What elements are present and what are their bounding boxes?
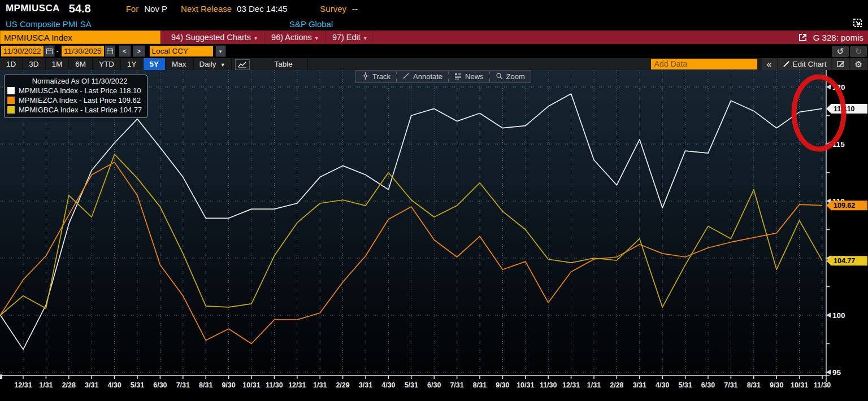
chevron-down-icon[interactable]: ▾ xyxy=(215,45,226,57)
x-tick-label: 10/31 xyxy=(791,381,808,389)
annotate-tool[interactable]: Annotate xyxy=(396,71,448,82)
range-tab-1y[interactable]: 1Y xyxy=(121,58,144,70)
x-tick-label: 10/31 xyxy=(517,381,534,389)
range-tabs: 1D3D1M6MYTD1Y5YMax xyxy=(0,58,193,70)
x-tick-label: 7/31 xyxy=(450,381,463,389)
legend-label: MPMIUSCA Index - Last Price 118.10 xyxy=(19,86,141,95)
next-period-button[interactable]: > xyxy=(133,45,145,57)
y-tick-arrow xyxy=(826,370,831,375)
description-row: US Composite PMI SA S&P Global xyxy=(0,17,868,30)
x-tick-label: 1/31 xyxy=(313,381,327,389)
range-tab-max[interactable]: Max xyxy=(166,58,193,70)
x-tick-label: 6/30 xyxy=(153,381,167,389)
next-release-label: Next Release xyxy=(181,4,232,14)
y-tick-label: 95 xyxy=(832,368,841,377)
prev-period-button[interactable]: < xyxy=(119,45,131,57)
menu-item[interactable]: 94) Suggested Charts xyxy=(164,30,264,44)
legend-swatch xyxy=(7,97,15,104)
calendar-icon[interactable] xyxy=(44,45,55,57)
frequency-dropdown[interactable]: Daily xyxy=(193,58,232,70)
bloomberg-terminal: { "header": { "ticker": "MPMIUSCA", "las… xyxy=(0,0,868,401)
x-tick-label: 4/30 xyxy=(656,381,669,389)
legend-label: MPMIGBCA Index - Last Price 104.77 xyxy=(19,106,142,114)
add-data-input[interactable]: Add Data xyxy=(651,59,757,69)
last-value: 54.8 xyxy=(69,2,91,15)
menu-bar: MPMIUSCA Index 94) Suggested Charts96) A… xyxy=(0,30,868,44)
survey-value: -- xyxy=(352,4,358,14)
menu-item[interactable]: 96) Actions xyxy=(264,30,326,44)
ticker-input[interactable]: MPMIUSCA Index xyxy=(0,30,160,44)
x-tick-label: 11/30 xyxy=(814,381,831,389)
annotate-icon xyxy=(402,72,410,81)
edit-chart-button[interactable]: Edit Chart xyxy=(778,58,831,70)
popout-icon[interactable] xyxy=(853,18,863,30)
menu-items: 94) Suggested Charts96) Actions97) Edit xyxy=(160,30,374,44)
history-buttons: ↺ ↻ xyxy=(832,46,867,57)
date-to-input[interactable]: 11/30/2025 xyxy=(62,46,104,56)
menu-bar-right: G 328: pomis xyxy=(798,33,863,42)
track-tool[interactable]: Track xyxy=(356,71,396,82)
x-tick-label: 7/31 xyxy=(724,381,737,389)
chart-toolbar: TrackAnnotateNewsZoom xyxy=(355,70,531,83)
x-tick-label: 3/31 xyxy=(633,381,646,389)
survey-label: Survey xyxy=(320,4,346,14)
pencil-icon xyxy=(783,60,790,68)
calendar-icon[interactable] xyxy=(105,45,115,57)
x-tick-label: 8/31 xyxy=(747,381,761,389)
collapse-button[interactable]: « xyxy=(762,58,777,70)
news-tool[interactable]: News xyxy=(448,71,489,82)
redo-button[interactable]: ↻ xyxy=(850,46,867,57)
date-toolbar: 11/30/2022 - 11/30/2025 < > Local CCY ▾ … xyxy=(0,44,868,58)
chart-type-icon[interactable] xyxy=(235,59,250,70)
security-description: US Composite PMI SA xyxy=(6,19,92,29)
x-tick-label: 9/30 xyxy=(222,381,235,389)
range-tab-ytd[interactable]: YTD xyxy=(93,58,121,70)
range-tab-5y[interactable]: 5Y xyxy=(144,58,166,70)
legend-item[interactable]: MPMIEZCA Index - Last Price 109.62 xyxy=(7,95,142,105)
export-icon[interactable] xyxy=(798,33,808,42)
legend-item[interactable]: MPMIUSCA Index - Last Price 118.10 xyxy=(7,86,142,95)
next-release-value: 03 Dec 14:45 xyxy=(237,4,287,14)
zoom-tool[interactable]: Zoom xyxy=(489,71,531,82)
for-value: Nov P xyxy=(144,4,167,14)
legend-item[interactable]: MPMIGBCA Index - Last Price 104.77 xyxy=(7,105,142,115)
x-tick-label: 12/31 xyxy=(14,381,32,389)
source-label: S&P Global xyxy=(289,19,333,29)
range-tab-3d[interactable]: 3D xyxy=(23,58,45,70)
range-tab-6m[interactable]: 6M xyxy=(69,58,93,70)
range-tab-1d[interactable]: 1D xyxy=(0,58,23,70)
x-tick-label: 6/30 xyxy=(701,381,715,389)
x-tick-label: 9/30 xyxy=(770,381,783,389)
chart-canvas[interactable]: 12/311/312/283/314/305/316/307/318/319/3… xyxy=(0,70,868,401)
x-tick-label: 6/30 xyxy=(427,381,441,389)
x-tick-label: 9/30 xyxy=(496,381,509,389)
price-chart[interactable]: 12/311/312/283/314/305/316/307/318/319/3… xyxy=(0,70,868,401)
x-tick-label: 4/30 xyxy=(107,381,121,389)
x-tick-label: 2/28 xyxy=(610,381,623,389)
y-tick-arrow xyxy=(826,313,831,318)
x-tick-label: 5/31 xyxy=(405,381,418,389)
price-badge-label: 109.62 xyxy=(834,202,855,210)
chart-settings-icon[interactable] xyxy=(832,58,849,70)
currency-field[interactable]: Local CCY xyxy=(150,46,213,56)
x-tick-label: 4/30 xyxy=(381,381,395,389)
legend-swatch xyxy=(7,106,15,114)
y-tick-arrow xyxy=(826,85,831,90)
gear-icon[interactable]: ⚙ xyxy=(850,58,867,70)
date-from-input[interactable]: 11/30/2022 xyxy=(1,46,44,56)
x-tick-label: 1/31 xyxy=(587,381,601,389)
x-tick-label: 3/31 xyxy=(359,381,372,389)
range-tab-1m[interactable]: 1M xyxy=(46,58,70,70)
x-tick-label: 2/28 xyxy=(62,381,76,389)
track-icon xyxy=(362,72,369,81)
ticker-symbol: MPMIUSCA xyxy=(6,3,60,14)
x-tick-label: 2/29 xyxy=(336,381,349,389)
x-tick-label: 10/31 xyxy=(242,381,260,389)
x-tick-label: 11/30 xyxy=(266,381,283,389)
undo-button[interactable]: ↺ xyxy=(832,46,849,57)
table-button[interactable]: Table xyxy=(260,58,308,70)
x-tick-label: 12/31 xyxy=(562,381,580,389)
menu-item[interactable]: 97) Edit xyxy=(326,30,374,44)
x-tick-label: 5/31 xyxy=(131,381,144,389)
legend-label: MPMIEZCA Index - Last Price 109.62 xyxy=(19,96,141,104)
